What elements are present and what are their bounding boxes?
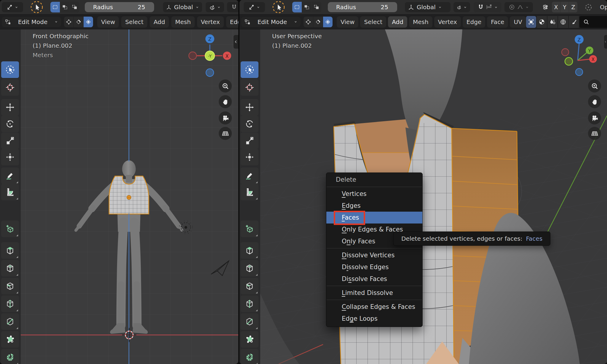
active-tool-dropdown[interactable]: [244, 2, 265, 12]
menu-mesh[interactable]: Mesh: [409, 16, 432, 28]
sidebar-collapse-tab[interactable]: [604, 35, 607, 49]
transform-orientation-dropdown[interactable]: Global: [405, 2, 451, 12]
menu-item-edges[interactable]: Edges: [326, 200, 422, 212]
face-select-button[interactable]: [323, 17, 333, 27]
viewport-3d-perspective[interactable]: [239, 29, 607, 364]
menu-select[interactable]: Select: [360, 16, 386, 28]
menu-vertex[interactable]: Vertex: [434, 16, 461, 28]
mode-dropdown[interactable]: Edit Mode: [2, 17, 61, 27]
tool-inset-faces[interactable]: [241, 260, 258, 277]
tool-measure[interactable]: [1, 184, 19, 200]
navigation-gizmo[interactable]: Z X -Y: [187, 31, 237, 79]
pan-hand-button[interactable]: [588, 95, 601, 108]
menu-face[interactable]: Face: [487, 16, 508, 28]
viewport-3d-front[interactable]: [0, 29, 238, 364]
menu-item-collapse-edges-faces[interactable]: Collapse Edges & Faces: [326, 301, 422, 313]
pivot-point-dropdown[interactable]: [206, 2, 224, 12]
active-tool-dropdown[interactable]: [2, 2, 23, 12]
menu-item-edge-loops[interactable]: Edge Loops: [326, 313, 422, 325]
select-mode-new-button[interactable]: [292, 2, 302, 12]
select-mode-extend-button[interactable]: [60, 2, 70, 12]
shading-preview-button[interactable]: [547, 16, 558, 28]
overlay-brush-button[interactable]: [569, 16, 579, 28]
tool-add-cube[interactable]: [241, 221, 258, 237]
ortho-toggle-button[interactable]: [588, 127, 601, 140]
tool-inset-faces[interactable]: [1, 260, 19, 277]
menu-view[interactable]: View: [337, 16, 358, 28]
camera-view-button[interactable]: [219, 111, 232, 124]
tool-transform[interactable]: [241, 149, 258, 165]
menu-edge[interactable]: Edge: [463, 16, 485, 28]
tool-cursor[interactable]: [1, 79, 19, 96]
correct-face-attributes-toggle[interactable]: [582, 2, 595, 12]
gizmo-neg-x[interactable]: [562, 49, 569, 56]
camera-view-button[interactable]: [588, 111, 601, 124]
tool-spin[interactable]: [1, 349, 19, 364]
pan-hand-button[interactable]: [219, 95, 232, 108]
tool-select-box[interactable]: [1, 61, 19, 78]
tool-transform[interactable]: [1, 149, 19, 165]
mirror-x-button[interactable]: X: [552, 2, 560, 12]
menu-mesh[interactable]: Mesh: [171, 16, 195, 28]
menu-edge[interactable]: Edge: [226, 16, 238, 28]
radius-slider[interactable]: Radius 25: [328, 2, 397, 12]
face-select-button[interactable]: [84, 17, 93, 27]
search-field[interactable]: [579, 16, 607, 28]
tool-knife[interactable]: [241, 313, 258, 330]
select-mode-new-button[interactable]: [50, 2, 60, 12]
menu-uv[interactable]: UV: [510, 16, 526, 28]
shading-rendered-button[interactable]: [558, 16, 568, 28]
edge-select-button[interactable]: [313, 17, 323, 27]
tool-knife[interactable]: [1, 313, 19, 330]
zoom-button[interactable]: [588, 79, 601, 92]
select-mode-extend-button[interactable]: [302, 2, 312, 12]
tool-rotate[interactable]: [241, 116, 258, 132]
tool-extrude-region[interactable]: [241, 242, 258, 259]
gizmo-neg-z[interactable]: [206, 69, 214, 76]
radius-slider[interactable]: Radius 25: [85, 2, 154, 12]
sidebar-collapse-tab[interactable]: [234, 35, 238, 49]
tool-rotate[interactable]: [1, 116, 19, 132]
gizmo-neg-y[interactable]: [565, 58, 573, 65]
tool-bevel[interactable]: [1, 278, 19, 294]
tool-loop-cut[interactable]: [241, 296, 258, 312]
navigation-gizmo[interactable]: Z Y X: [557, 31, 602, 79]
ortho-toggle-button[interactable]: [219, 127, 232, 140]
shading-material-button[interactable]: [537, 16, 547, 28]
snap-group[interactable]: [474, 2, 501, 12]
tool-extrude-region[interactable]: [1, 242, 19, 259]
tool-bevel[interactable]: [241, 278, 258, 294]
pivot-point-dropdown[interactable]: [453, 2, 470, 12]
tool-scale[interactable]: [241, 132, 258, 149]
tool-measure[interactable]: [241, 184, 258, 200]
tool-annotate[interactable]: [241, 167, 258, 184]
tool-loop-cut[interactable]: [1, 296, 19, 312]
vertex-select-button[interactable]: [304, 17, 313, 27]
tool-poly-build[interactable]: [241, 331, 258, 348]
menu-select[interactable]: Select: [121, 16, 147, 28]
zoom-button[interactable]: [219, 79, 232, 92]
menu-item-limited-dissolve[interactable]: Limited Dissolve: [326, 287, 422, 299]
options-label[interactable]: Options: [600, 4, 607, 11]
tool-select-box[interactable]: [241, 61, 258, 78]
tool-spin[interactable]: [241, 349, 258, 364]
menu-item-dissolve-vertices[interactable]: Dissolve Vertices: [326, 249, 422, 261]
gizmo-neg-z[interactable]: [576, 68, 583, 76]
snap-toggle-button[interactable]: [227, 2, 238, 12]
menu-item-dissolve-faces[interactable]: Dissolve Faces: [326, 273, 422, 285]
tool-cursor[interactable]: [241, 79, 258, 96]
menu-add[interactable]: Add: [150, 16, 169, 28]
menu-view[interactable]: View: [97, 16, 119, 28]
tool-annotate[interactable]: [1, 167, 19, 184]
mode-dropdown[interactable]: Edit Mode: [241, 17, 301, 27]
select-mode-subtract-button[interactable]: [312, 2, 321, 12]
tool-scale[interactable]: [1, 132, 19, 149]
mirror-z-button[interactable]: Z: [569, 2, 577, 12]
proportional-editing-group[interactable]: [504, 2, 533, 12]
mirror-y-button[interactable]: Y: [560, 2, 569, 12]
vertex-select-button[interactable]: [64, 17, 74, 27]
menu-item-dissolve-edges[interactable]: Dissolve Edges: [326, 261, 422, 273]
menu-vertex[interactable]: Vertex: [197, 16, 224, 28]
tool-move[interactable]: [1, 99, 19, 116]
menu-add[interactable]: Add: [388, 16, 407, 28]
